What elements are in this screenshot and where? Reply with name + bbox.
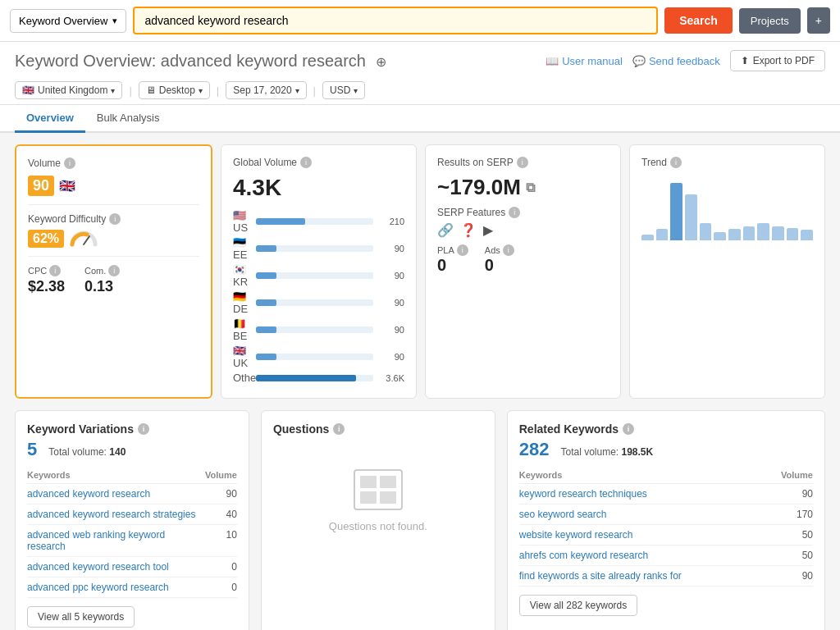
keyword-cell: ahrefs com keyword research: [519, 546, 765, 566]
keyword-link[interactable]: seo keyword search: [519, 509, 607, 520]
separator2: |: [217, 84, 219, 97]
country-volume: 90: [378, 244, 404, 253]
keyword-link[interactable]: find keywords a site already ranks for: [519, 570, 682, 582]
kv-title: Keyword Variations i: [27, 422, 237, 436]
page-title: Keyword Overview: advanced keyword resea…: [15, 52, 386, 71]
sf-info-icon[interactable]: i: [509, 207, 520, 218]
gv-title: Global Volume i: [233, 157, 404, 168]
trend-bar: [743, 226, 756, 241]
kd-label: Keyword Difficulty i: [28, 213, 199, 225]
rk-info-icon[interactable]: i: [623, 423, 634, 435]
currency-filter[interactable]: USD: [322, 81, 365, 99]
search-button[interactable]: Search: [664, 7, 733, 34]
keyword-link[interactable]: website keyword research: [519, 529, 633, 541]
link-icon: 🔗: [437, 222, 454, 238]
kd-value: 62%: [28, 230, 64, 248]
search-input[interactable]: [133, 7, 658, 34]
questions-empty-state: Questions not found.: [273, 439, 483, 562]
trend-info-icon[interactable]: i: [670, 157, 682, 168]
bar-container: [256, 218, 373, 225]
keyword-link[interactable]: advanced keyword research strategies: [27, 509, 195, 520]
trend-bar: [656, 229, 669, 240]
global-volume-card: Global Volume i 4.3K 🇺🇸 US 210 🇪🇪 EE 90 …: [221, 144, 417, 399]
country-flag: 🇩🇪 DE: [233, 290, 251, 315]
bar: [256, 218, 305, 225]
uk-flag-icon: 🇬🇧: [22, 84, 34, 96]
volume-card: Volume i 90 🇬🇧 Keyword Difficulty i 62%: [15, 144, 212, 399]
bar-container: [256, 354, 373, 360]
ads-info-icon[interactable]: i: [503, 244, 514, 256]
keyword-cell: advanced web ranking keyword research: [27, 525, 205, 557]
keyword-link[interactable]: advanced ppc keyword research: [27, 582, 169, 593]
gv-info-icon[interactable]: i: [300, 157, 312, 168]
tool-dropdown[interactable]: Keyword Overview: [10, 9, 126, 33]
serp-copy-icon[interactable]: ⧉: [526, 180, 535, 195]
country-volume: 3.6K: [378, 373, 404, 383]
date-filter[interactable]: Sep 17, 2020: [226, 81, 306, 99]
table-row: advanced web ranking keyword research 10: [27, 525, 237, 557]
view-all-rk-button[interactable]: View all 282 keywords: [519, 595, 638, 616]
volume-cell: 40: [205, 504, 237, 525]
cpc-value: $2.38: [28, 278, 65, 295]
pla-info-icon[interactable]: i: [457, 244, 468, 256]
keyword-link[interactable]: keyword research techniques: [519, 488, 647, 500]
serp-title: Results on SERP i: [437, 157, 609, 168]
kd-info-icon[interactable]: i: [109, 213, 121, 225]
kv-info-icon[interactable]: i: [138, 423, 149, 435]
keyword-link[interactable]: advanced keyword research: [27, 488, 150, 500]
keyword-cell: website keyword research: [519, 525, 765, 546]
serp-info-icon[interactable]: i: [517, 157, 528, 168]
send-feedback-link[interactable]: 💬 Send feedback: [632, 55, 720, 67]
cpc-com-row: CPC i $2.38 Com. i 0.13: [28, 265, 199, 295]
tab-bulk[interactable]: Bulk Analysis: [85, 105, 171, 133]
keyword-cell: find keywords a site already ranks for: [519, 566, 765, 587]
bar-container: [256, 272, 373, 279]
table-row: website keyword research 50: [519, 525, 813, 546]
svg-line-0: [84, 236, 89, 244]
kv-table: Keywords Volume advanced keyword researc…: [27, 467, 237, 598]
kv-total: Total volume: 140: [48, 446, 126, 458]
country-flag: 🇧🇪 BE: [233, 317, 251, 342]
country-volume: 90: [378, 352, 404, 362]
export-pdf-button[interactable]: ⬆ Export to PDF: [730, 50, 825, 71]
volume-cell: 0: [205, 557, 237, 578]
trend-bar: [700, 223, 712, 240]
cpc-info-icon[interactable]: i: [49, 265, 61, 276]
country-volume: 210: [378, 217, 404, 226]
tab-overview[interactable]: Overview: [15, 105, 85, 133]
q-info-icon[interactable]: i: [333, 423, 345, 435]
device-filter[interactable]: 🖥 Desktop: [139, 81, 210, 99]
country-filter[interactable]: 🇬🇧 United Kingdom: [15, 81, 122, 99]
user-manual-link[interactable]: 📖 User manual: [546, 55, 623, 67]
volume-cell: 90: [765, 566, 813, 587]
volume-cell: 10: [205, 525, 237, 557]
gv-row: 🇪🇪 EE 90: [233, 236, 404, 261]
keyword-link[interactable]: advanced web ranking keyword research: [27, 529, 165, 552]
keyword-cell: keyword research techniques: [519, 484, 765, 504]
com-info-icon[interactable]: i: [108, 265, 120, 276]
rk-count: 282: [519, 439, 550, 460]
volume-info-icon[interactable]: i: [64, 158, 75, 169]
projects-button[interactable]: Projects: [739, 8, 801, 34]
tabs-bar: Overview Bulk Analysis: [0, 105, 840, 133]
add-keyword-icon[interactable]: ⊕: [376, 55, 386, 69]
keyword-link[interactable]: advanced keyword research tool: [27, 561, 169, 573]
kv-col-keywords: Keywords: [27, 467, 205, 484]
table-row: advanced ppc keyword research 0: [27, 578, 237, 598]
view-all-kv-button[interactable]: View all 5 keywords: [27, 606, 135, 628]
add-project-button[interactable]: +: [807, 7, 830, 34]
keyword-cell: advanced keyword research: [27, 484, 205, 504]
trend-bar: [801, 230, 813, 240]
keyword-link[interactable]: ahrefs com keyword research: [519, 550, 648, 561]
trend-bar: [714, 232, 726, 241]
bar: [256, 299, 276, 306]
serp-features-label: SERP Features i: [437, 207, 609, 218]
country-volume: 90: [378, 325, 404, 335]
empty-table-icon: [354, 469, 403, 510]
play-icon: ▶: [483, 222, 493, 238]
bar: [256, 245, 276, 252]
page-header: Keyword Overview: advanced keyword resea…: [0, 42, 840, 105]
table-row: advanced keyword research 90: [27, 484, 237, 504]
header-actions: 📖 User manual 💬 Send feedback ⬆ Export t…: [546, 50, 825, 71]
questions-section: Questions i Questions not found.: [261, 410, 495, 630]
